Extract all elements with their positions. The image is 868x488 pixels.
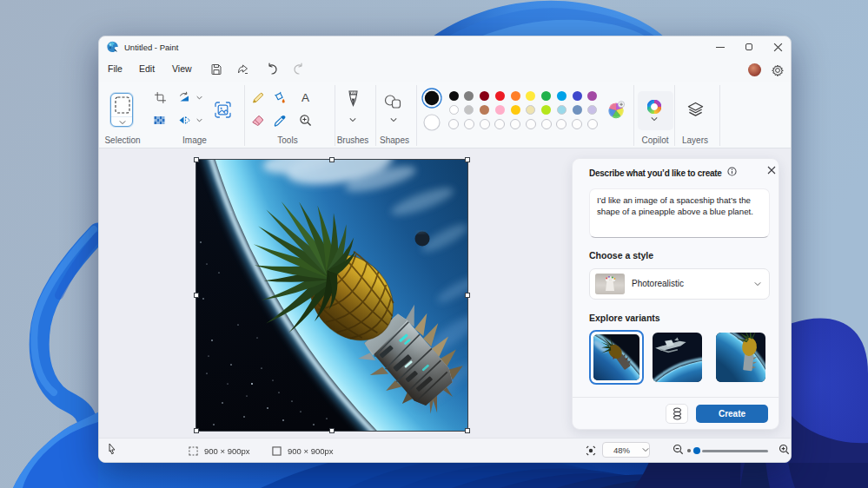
svg-text:A: A	[301, 91, 309, 103]
